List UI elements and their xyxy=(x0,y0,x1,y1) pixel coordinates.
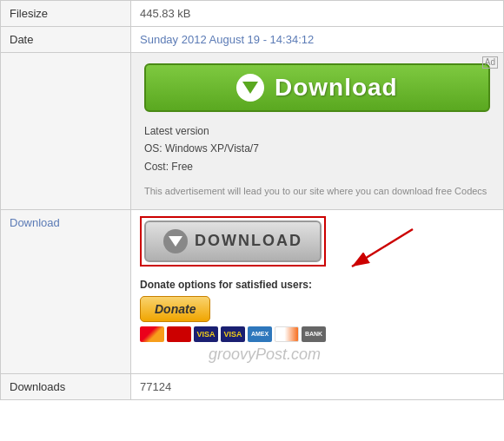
downloads-label: Downloads xyxy=(1,373,131,399)
download-circle-icon xyxy=(163,229,188,253)
ad-download-arrow-icon xyxy=(236,74,264,102)
payment-icons: VISA VISA AMEX BANK xyxy=(140,326,326,342)
download-cell-content: DOWNLOAD Donate options for s xyxy=(140,216,494,367)
discover-icon xyxy=(275,326,299,342)
download-btn-label: DOWNLOAD xyxy=(195,232,302,250)
donate-section: Donate options for satisfied users: Dona… xyxy=(140,279,326,367)
ad-latest-version: Latest version xyxy=(144,122,490,140)
downloads-row: Downloads 77124 xyxy=(1,373,504,399)
filesize-value: 445.83 kB xyxy=(131,1,504,27)
ad-disclaimer: This advertisement will lead you to our … xyxy=(144,184,490,199)
ad-container: Ad Download Latest version OS: Windows X… xyxy=(131,53,503,209)
ad-label xyxy=(1,53,131,210)
maestro-icon xyxy=(167,326,191,342)
ad-container-cell: Ad Download Latest version OS: Windows X… xyxy=(131,53,504,210)
ad-download-button[interactable]: Download xyxy=(144,63,490,112)
groovypost-watermark: groovyPost.com xyxy=(140,342,326,367)
donate-btn-wrapper: Donate xyxy=(140,296,326,326)
visa-debit-icon: VISA xyxy=(221,326,245,342)
ad-info: Latest version OS: Windows XP/Vista/7 Co… xyxy=(144,122,490,175)
ad-download-btn-text: Download xyxy=(275,74,398,101)
bank-icon: BANK xyxy=(302,326,326,342)
ad-os: OS: Windows XP/Vista/7 xyxy=(144,140,490,157)
amex-icon: AMEX xyxy=(248,326,272,342)
download-highlight-box: DOWNLOAD xyxy=(140,216,326,267)
download-row: Download DOWNLOAD xyxy=(1,209,504,373)
mastercard-icon xyxy=(140,326,164,342)
date-value: Sunday 2012 August 19 - 14:34:12 xyxy=(131,27,504,53)
donate-button[interactable]: Donate xyxy=(140,296,210,322)
visa-icon: VISA xyxy=(194,326,218,342)
red-arrow-icon xyxy=(335,225,421,286)
filesize-row: Filesize 445.83 kB xyxy=(1,1,504,27)
downloads-value: 77124 xyxy=(131,373,504,399)
ad-badge: Ad xyxy=(482,56,498,69)
filesize-label: Filesize xyxy=(1,1,131,27)
date-label: Date xyxy=(1,27,131,53)
download-cell: DOWNLOAD Donate options for s xyxy=(131,209,504,373)
date-row: Date Sunday 2012 August 19 - 14:34:12 xyxy=(1,27,504,53)
ad-cost: Cost: Free xyxy=(144,158,490,175)
download-label: Download xyxy=(1,209,131,373)
svg-line-1 xyxy=(352,229,413,267)
real-download-button[interactable]: DOWNLOAD xyxy=(144,220,322,262)
ad-row: Ad Download Latest version OS: Windows X… xyxy=(1,53,504,210)
donate-title: Donate options for satisfied users: xyxy=(140,279,326,291)
download-btn-area: DOWNLOAD xyxy=(140,216,326,272)
